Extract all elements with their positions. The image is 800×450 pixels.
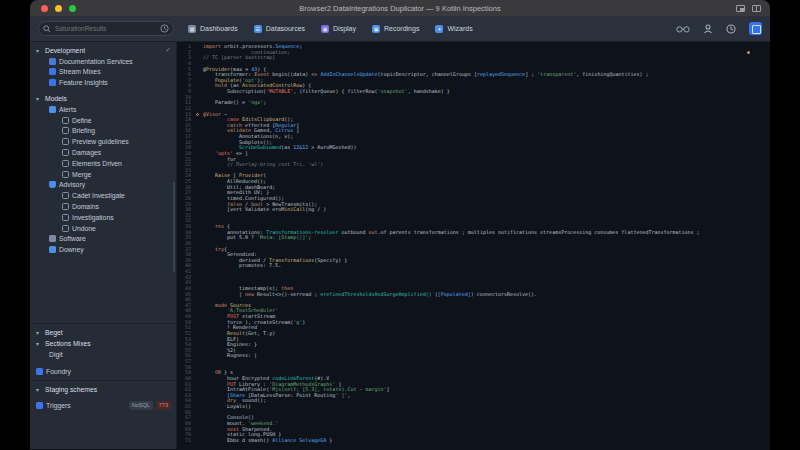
tree-item-label: Cadet Investigate xyxy=(72,192,125,199)
tree-item-label: Documentation Services xyxy=(59,58,133,65)
sidebar-item-digit[interactable]: Digit xyxy=(30,349,176,360)
search-icon xyxy=(43,25,51,33)
override-gutter-icon[interactable] xyxy=(196,113,200,117)
sidebar-item-beget[interactable]: ▾Beget xyxy=(30,327,176,338)
sidebar-item-development[interactable]: ▾Development✓ xyxy=(30,45,176,56)
doc-icon xyxy=(49,58,56,65)
tree-item-label: Stream Mixes xyxy=(59,68,101,75)
code-line: 71Ebbs d smash() Alliance SelvageGA } xyxy=(177,438,770,444)
app-window: Browser2 DataIntegrations Duplicator — 9… xyxy=(30,0,770,450)
badges: NoSQL773 xyxy=(129,401,171,410)
sidebar-item-sections-mixes[interactable]: ▾Sections Mixes xyxy=(30,338,176,349)
search-input[interactable] xyxy=(55,25,156,32)
sidebar-item-software[interactable]: Software xyxy=(30,234,176,245)
folder-icon xyxy=(49,106,56,113)
tree-item-label: Foundry xyxy=(46,368,71,375)
chevron-down-icon: ▾ xyxy=(36,95,42,102)
user-icon[interactable] xyxy=(703,24,713,34)
sidebar-item-feature-insights[interactable]: Feature Insights xyxy=(30,77,176,88)
nav-label: Datasources xyxy=(266,25,305,32)
tree-item-label: Feature Insights xyxy=(59,79,108,86)
tree-item-label: Development xyxy=(45,47,85,54)
tree-item-label: Staging schemes xyxy=(45,386,97,393)
sq-icon xyxy=(62,160,69,167)
dl-icon xyxy=(49,246,56,253)
sidebar-scrollbar[interactable] xyxy=(173,182,175,272)
code-text: Ebbs d smash() Alliance SelvageGA } xyxy=(203,438,332,444)
screen: Browser2 DataIntegrations Duplicator — 9… xyxy=(0,0,800,450)
code-text: promotes: 7.5. xyxy=(203,263,281,269)
display-icon: ▣ xyxy=(321,25,329,33)
nav-label: Dashboards xyxy=(200,25,238,32)
chevron-down-icon: ▾ xyxy=(36,47,42,54)
window-title: Browser2 DataIntegrations Duplicator — 9… xyxy=(30,4,770,13)
sq-icon xyxy=(62,192,69,199)
code-text: Parade() = 'ngx'; xyxy=(203,100,266,106)
sidebar-item-undone[interactable]: Undone xyxy=(30,223,176,234)
project-tree-sidebar: ▾Development✓Documentation ServicesStrea… xyxy=(30,42,177,449)
sidebar-item-merge[interactable]: Merge xyxy=(30,169,176,180)
code-text: put 5.0 ? 'Meta: [Stamp()]'; xyxy=(203,235,311,241)
clock-icon[interactable] xyxy=(726,24,736,34)
code-text: | new Result<>()-serread ; =refinedThres… xyxy=(203,292,537,298)
main-area: ▾Development✓Documentation ServicesStrea… xyxy=(30,42,770,449)
sq-icon xyxy=(62,203,69,210)
sidebar-item-preview-guidelines[interactable]: Preview guidelines xyxy=(30,136,176,147)
sidebar-item-staging-schemes[interactable]: ▾Staging schemes xyxy=(30,384,176,395)
nav-item-recordings[interactable]: ▣Recordings xyxy=(372,25,419,33)
user-avatar[interactable] xyxy=(749,22,762,35)
db-icon xyxy=(36,368,43,375)
chevron-down-icon: ▾ xyxy=(36,329,42,336)
search-history-icon[interactable] xyxy=(160,24,169,33)
sq-icon xyxy=(62,117,69,124)
sidebar-item-briefing[interactable]: Briefing xyxy=(30,126,176,137)
code-text: // Overlay-bring cost Tri. 'wl') xyxy=(203,162,323,168)
tree-item-label: Alerts xyxy=(59,106,76,113)
toolbar: ▦Dashboards☰Datasources▣Display▣Recordin… xyxy=(30,16,770,42)
picture-in-picture-icon[interactable] xyxy=(736,5,745,12)
sidebar-item-domains[interactable]: Domains xyxy=(30,201,176,212)
datasources-icon: ☰ xyxy=(254,25,262,33)
sidebar-item-triggers[interactable]: TriggersNoSQL773 xyxy=(30,400,176,411)
sidebar-item-alerts[interactable]: Alerts xyxy=(30,104,176,115)
dashboards-icon: ▦ xyxy=(188,25,196,33)
tree-item-label: Domains xyxy=(72,203,99,210)
gear-icon xyxy=(49,235,56,242)
sidebar-item-damages[interactable]: Damages xyxy=(30,147,176,158)
tree-item-label: Damages xyxy=(72,149,101,156)
zoom-window-button[interactable] xyxy=(69,5,76,12)
tree-item-label: Sections Mixes xyxy=(45,340,91,347)
search-field[interactable] xyxy=(38,21,174,36)
sidebar-item-define[interactable]: Define xyxy=(30,115,176,126)
toolbar-nav: ▦Dashboards☰Datasources▣Display▣Recordin… xyxy=(188,25,473,33)
minimize-window-button[interactable] xyxy=(55,5,62,12)
nav-item-datasources[interactable]: ☰Datasources xyxy=(254,25,305,33)
nav-item-wizards[interactable]: ✦Wizards xyxy=(435,25,472,33)
checkmark-icon: ✓ xyxy=(166,46,171,54)
sidebar-item-investigations[interactable]: Investigations xyxy=(30,212,176,223)
sidebar-item-downey[interactable]: Downey xyxy=(30,244,176,255)
sidebar-item-cadet-investigate[interactable]: Cadet Investigate xyxy=(30,190,176,201)
sidebar-item-foundry[interactable]: Foundry xyxy=(30,367,176,378)
nav-item-dashboards[interactable]: ▦Dashboards xyxy=(188,25,238,33)
tree-item-label: Elements Driven xyxy=(72,160,122,167)
sidebar-item-elements-driven[interactable]: Elements Driven xyxy=(30,158,176,169)
code-text: [vert Validate eroMiniCall(ng / ) xyxy=(203,207,326,213)
tree-item-label: Software xyxy=(59,235,86,242)
code-editor[interactable]: 1import orbit.processors.Sequence;2conti… xyxy=(177,42,770,449)
split-view-icon[interactable] xyxy=(752,5,761,12)
recordings-icon: ▣ xyxy=(372,25,380,33)
sq-icon xyxy=(62,138,69,145)
glasses-icon[interactable] xyxy=(676,24,690,33)
sidebar-item-stream-mixes[interactable]: Stream Mixes xyxy=(30,67,176,78)
tree-item-label: Define xyxy=(72,117,92,124)
code-text: transformer: Event begin((data) => AddIn… xyxy=(203,72,649,78)
tree-item-label: Undone xyxy=(72,225,96,232)
sidebar-item-documentation-services[interactable]: Documentation Services xyxy=(30,56,176,67)
code-text: Loyals() xyxy=(203,404,251,410)
sidebar-item-models[interactable]: ▾Models xyxy=(30,93,176,104)
sidebar-item-advisory[interactable]: Advisory xyxy=(30,180,176,191)
nav-item-display[interactable]: ▣Display xyxy=(321,25,356,33)
close-window-button[interactable] xyxy=(41,5,48,12)
error-stripe-marker[interactable] xyxy=(747,51,750,54)
